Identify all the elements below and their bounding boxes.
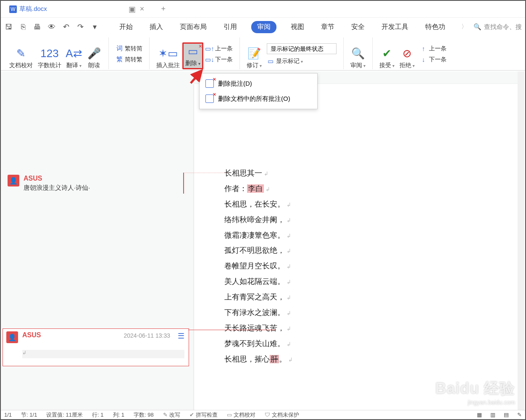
tab-citations[interactable]: 引用 <box>221 20 239 34</box>
tab-section[interactable]: 章节 <box>318 20 337 34</box>
tab-new-icon[interactable]: + <box>161 5 166 14</box>
proofing-button[interactable]: ✎ 文档校对 <box>7 47 35 69</box>
status-protect[interactable]: 🛡文档未保护 <box>265 411 299 419</box>
tab-view[interactable]: 视图 <box>288 20 307 34</box>
status-section[interactable]: 节: 1/1 <box>21 411 37 419</box>
track-icon: 📝 <box>247 47 262 61</box>
save-icon[interactable]: 🖫 <box>4 22 13 32</box>
status-words[interactable]: 字数: 98 <box>134 411 154 419</box>
prev-comment-icon: ▭↑ <box>206 45 213 52</box>
comment-menu-icon[interactable]: ☰ <box>178 331 184 341</box>
tab-special[interactable]: 特色功 <box>423 20 448 34</box>
document-canvas[interactable]: 长相思其一↲ 作者：李白↲ 长相思，在长安。↲ 络纬秋啼金井阑，↲ 微霜凄凄簟色… <box>1 71 518 410</box>
shield-icon: 🛡 <box>265 412 270 418</box>
tab-insert[interactable]: 插入 <box>147 20 166 34</box>
trad-to-simp-button[interactable]: 词 繁转简 <box>116 45 142 52</box>
search-placeholder: 查找命令、搜 <box>484 23 522 31</box>
prev-change-icon: ↑ <box>420 45 427 52</box>
reject-icon: ⊘ <box>400 47 415 61</box>
delete-comment-item[interactable]: 删除批注(D) <box>200 76 317 91</box>
print-icon[interactable]: 🖶 <box>33 22 42 32</box>
document-body[interactable]: 长相思其一↲ 作者：李白↲ 长相思，在长安。↲ 络纬秋啼金井阑，↲ 微霜凄凄簟色… <box>224 165 293 367</box>
quick-access-toolbar: 🖫 ⎘ 🖶 👁 ↶ ↷ ▾ <box>4 22 99 32</box>
comment-balloon-1[interactable]: 👤 ASUS 唐朝浪漫主义诗人·诗仙· <box>4 172 181 194</box>
titlebar: W 草稿.docx ▣ × + <box>1 1 525 18</box>
status-col[interactable]: 列: 1 <box>113 411 124 419</box>
menubar: 🖫 ⎘ 🖶 👁 ↶ ↷ ▾ 开始 插入 页面布局 引用 审阅 视图 章节 安全 … <box>1 18 525 36</box>
reject-button[interactable]: ⊘ 拒绝 <box>397 47 417 69</box>
trad-icon: 词 <box>116 45 123 52</box>
print-preview-icon[interactable]: 👁 <box>47 22 56 32</box>
tab-developer[interactable]: 开发工具 <box>379 20 411 34</box>
qat-more-icon[interactable]: ▾ <box>90 22 99 32</box>
wordcount-button[interactable]: 123 字数统计 <box>35 47 64 69</box>
overwrite-icon: ✎ <box>163 412 168 418</box>
simp-to-trad-button[interactable]: 繁 简转繁 <box>116 56 142 63</box>
status-overwrite[interactable]: ✎改写 <box>163 411 180 419</box>
delete-comment-button[interactable]: ▭× 删除 <box>182 42 203 69</box>
next-comment-icon: ▭↓ <box>206 56 213 63</box>
doc-icon: W <box>9 5 17 13</box>
vertical-scrollbar[interactable] <box>518 71 524 410</box>
statusbar: 1/1 节: 1/1 设置值: 11厘米 行: 1 列: 1 字数: 98 ✎改… <box>1 410 525 419</box>
status-page[interactable]: 1/1 <box>4 412 12 418</box>
track-changes-button[interactable]: 📝 修订 <box>244 47 264 69</box>
comment-balloon-2-active[interactable]: 👤 ASUS 2024-06-11 13:33 ☰ ↲ <box>3 328 189 366</box>
accept-icon: ✔ <box>379 47 394 61</box>
mic-icon: 🎤 <box>87 47 102 61</box>
prev-change-button[interactable]: ↑ 上一条 <box>420 45 447 52</box>
status-proofing[interactable]: ▭文档校对 <box>227 411 255 419</box>
view-web-icon[interactable]: ▤ <box>504 412 509 418</box>
accept-button[interactable]: ✔ 接受 <box>377 47 397 69</box>
save-as-icon[interactable]: ⎘ <box>18 22 28 32</box>
next-comment-button[interactable]: ▭↓ 下一条 <box>206 56 233 63</box>
tab-home[interactable]: 开始 <box>117 20 135 34</box>
comment-input[interactable]: ↲ <box>22 350 184 358</box>
comment-date: 2024-06-11 13:33 <box>124 332 170 339</box>
delete-comment-icon: ▭× <box>185 45 200 59</box>
page: 长相思其一↲ 作者：李白↲ 长相思，在长安。↲ 络纬秋啼金井阑，↲ 微霜凄凄簟色… <box>194 84 518 410</box>
translate-icon: A⇄ <box>66 47 82 61</box>
tracking-display-select[interactable]: 显示标记的最终状态 <box>267 43 337 54</box>
document-tab[interactable]: W 草稿.docx <box>3 2 53 16</box>
tracked-deletion: 肝 <box>270 355 279 363</box>
status-setting[interactable]: 设置值: 11厘米 <box>46 411 83 419</box>
comment-body: 唐朝浪漫主义诗人·诗仙· <box>24 184 176 192</box>
wordcount-icon: 123 <box>42 47 57 61</box>
delete-all-icon <box>205 94 214 103</box>
status-line[interactable]: 行: 1 <box>92 411 103 419</box>
undo-icon[interactable]: ↶ <box>61 22 71 32</box>
tab-review[interactable]: 审阅 <box>251 21 276 33</box>
review-pane-icon: 🔍 <box>350 47 366 61</box>
next-change-icon: ↓ <box>420 56 427 63</box>
show-markup-button[interactable]: ▭ 显示标记 <box>267 58 337 65</box>
menu-tabs: 开始 插入 页面布局 引用 审阅 视图 章节 安全 开发工具 特色功 〉 <box>117 20 469 34</box>
comment-author: ASUS <box>24 175 176 182</box>
tab-security[interactable]: 安全 <box>349 20 367 34</box>
proof-icon: ▭ <box>227 412 232 418</box>
simp-icon: 繁 <box>116 56 123 63</box>
search-box[interactable]: 🔍 查找命令、搜 <box>473 23 522 31</box>
insert-comment-button[interactable]: ✶▭ 插入批注 <box>154 47 182 69</box>
view-print-layout-icon[interactable]: ▦ <box>477 412 482 418</box>
review-pane-button[interactable]: 🔍 审阅 <box>348 47 368 69</box>
readaloud-button[interactable]: 🎤 朗读 <box>84 47 104 69</box>
proofing-icon: ✎ <box>13 47 29 61</box>
tab-page-layout[interactable]: 页面布局 <box>177 20 209 34</box>
comment-leader-1 <box>183 173 229 173</box>
delete-all-comments-item[interactable]: 删除文档中的所有批注(O) <box>200 91 317 106</box>
status-spellcheck[interactable]: ✔拼写检查 <box>189 411 218 419</box>
view-outline-icon[interactable]: ▥ <box>490 412 495 418</box>
next-change-button[interactable]: ↓ 下一条 <box>420 56 447 63</box>
tabs-scroll-right-icon[interactable]: 〉 <box>460 23 469 31</box>
redo-icon[interactable]: ↷ <box>76 22 85 32</box>
avatar-icon: 👤 <box>8 175 19 186</box>
red-arrow-annotation <box>189 68 206 85</box>
comment-anchor-bar <box>183 173 184 194</box>
tab-restore-icon[interactable]: ▣ <box>129 5 136 14</box>
ribbon: ✎ 文档校对 123 字数统计 A⇄ 翻译 🎤 朗读 词 繁转简 繁 简转繁 <box>1 36 525 71</box>
prev-comment-button[interactable]: ▭↑ 上一条 <box>206 45 233 52</box>
translate-button[interactable]: A⇄ 翻译 <box>64 47 84 69</box>
view-read-icon[interactable]: ✎ <box>517 412 522 418</box>
tab-close-icon[interactable]: × <box>140 5 145 14</box>
